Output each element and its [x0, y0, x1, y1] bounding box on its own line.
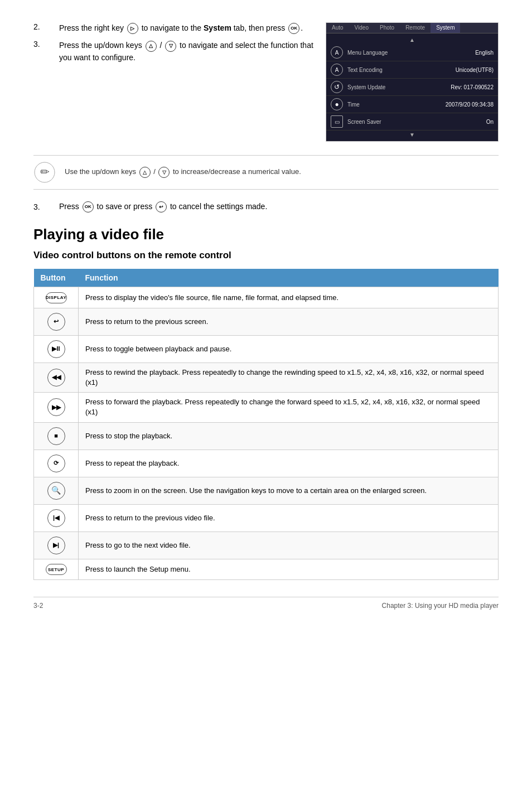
- button-cell-0: DISPLAY: [34, 287, 79, 308]
- table-row: SETUPPress to launch the Setup menu.: [34, 559, 499, 580]
- note-up-icon: △: [139, 167, 151, 178]
- row-time: ● Time 2007/9/20 09:34:38: [326, 96, 498, 113]
- label-text-encoding: Text Encoding: [347, 67, 451, 73]
- step-3-save-number: 3.: [33, 202, 50, 211]
- function-cell-10: Press to launch the Setup menu.: [79, 559, 499, 580]
- page-footer: 3-2 Chapter 3: Using your HD media playe…: [33, 597, 499, 610]
- button-table: Button Function DISPLAYPress to display …: [33, 269, 499, 580]
- button-cell-10: SETUP: [34, 559, 79, 580]
- zoom-button-icon: 🔍: [47, 482, 65, 500]
- tab-video: Video: [349, 23, 374, 33]
- stop-button-icon: ■: [47, 427, 65, 445]
- screenshot-rows: ▲ A Menu Language English A Text Encodin…: [326, 33, 498, 141]
- arrow-up: ▲: [326, 36, 498, 44]
- step-3-save-content: Press OK to save or press ↩ to cancel th…: [59, 201, 499, 212]
- note-pencil-icon: ✏: [33, 161, 56, 183]
- function-cell-4: Press to forward the playback. Press rep…: [79, 393, 499, 422]
- button-cell-8: |◀: [34, 504, 79, 532]
- function-cell-1: Press to return to the previous screen.: [79, 308, 499, 335]
- system-screenshot: Auto Video Photo Remote System ▲ A Menu …: [326, 22, 499, 142]
- rewind-button-icon: ◀◀: [47, 369, 65, 386]
- table-row: 🔍Press to zoom in on the screen. Use the…: [34, 477, 499, 504]
- function-cell-5: Press to stop the playback.: [79, 422, 499, 450]
- icon-system-update: ↺: [331, 81, 343, 93]
- button-cell-3: ◀◀: [34, 363, 79, 392]
- label-menu-language: Menu Language: [347, 50, 471, 56]
- button-cell-2: ▶II: [34, 335, 79, 363]
- up-key-icon: △: [146, 41, 157, 52]
- function-cell-2: Press to toggle between playback and pau…: [79, 335, 499, 363]
- label-time: Time: [347, 102, 441, 108]
- table-row: DISPLAYPress to display the video's file…: [34, 287, 499, 308]
- label-system-update: System Update: [347, 84, 446, 90]
- value-time: 2007/9/20 09:34:38: [446, 102, 494, 108]
- row-screen-saver: ▭ Screen Saver On: [326, 113, 498, 131]
- screenshot-tabs: Auto Video Photo Remote System: [326, 23, 498, 33]
- value-menu-language: English: [475, 50, 494, 56]
- function-cell-3: Press to rewind the playback. Press repe…: [79, 363, 499, 392]
- value-screen-saver: On: [486, 119, 494, 125]
- tab-remote: Remote: [400, 23, 431, 33]
- subsection-title: Video control buttons on the remote cont…: [33, 250, 499, 261]
- steps-left: 2. Press the right key ▷ to navigate to …: [33, 22, 315, 142]
- section-title: Playing a video file: [33, 226, 499, 243]
- next-file-button-icon: ▶|: [47, 537, 65, 554]
- button-cell-4: ▶▶: [34, 393, 79, 422]
- value-text-encoding: Unicode(UTF8): [456, 67, 494, 73]
- svg-text:✏: ✏: [40, 166, 50, 178]
- table-row: ■Press to stop the playback.: [34, 422, 499, 450]
- col-function: Function: [79, 269, 499, 287]
- tab-system: System: [431, 23, 460, 33]
- step-3-nav-content: Press the up/down keys △ / ▽ to navigate…: [59, 40, 315, 63]
- ok-key-icon: OK: [288, 23, 299, 34]
- right-key-icon: ▷: [127, 23, 138, 34]
- step-3-save: 3. Press OK to save or press ↩ to cancel…: [33, 201, 499, 212]
- table-row: ▶|Press to go to the next video file.: [34, 532, 499, 559]
- function-cell-7: Press to zoom in on the screen. Use the …: [79, 477, 499, 504]
- button-cell-5: ■: [34, 422, 79, 450]
- row-system-update: ↺ System Update Rev: 017-090522: [326, 79, 498, 96]
- function-cell-0: Press to display the video's file source…: [79, 287, 499, 308]
- chapter-label: Chapter 3: Using your HD media player: [382, 602, 499, 610]
- col-button: Button: [34, 269, 79, 287]
- play-pause-button-icon: ▶II: [47, 340, 65, 358]
- prev-file-button-icon: |◀: [47, 509, 65, 527]
- repeat-button-icon: ⟳: [47, 455, 65, 472]
- forward-button-icon: ▶▶: [47, 398, 65, 416]
- note-text: Use the up/down keys △ / ▽ to increase/d…: [65, 167, 301, 178]
- table-row: ◀◀Press to rewind the playback. Press re…: [34, 363, 499, 392]
- page-number: 3-2: [33, 602, 43, 610]
- step-2-content: Press the right key ▷ to navigate to the…: [59, 22, 315, 34]
- arrow-down: ▼: [326, 131, 498, 139]
- button-cell-7: 🔍: [34, 477, 79, 504]
- icon-menu-language: A: [331, 46, 343, 59]
- tab-photo: Photo: [374, 23, 400, 33]
- note-down-icon: ▽: [158, 167, 170, 178]
- step-3-nav-number: 3.: [33, 40, 50, 49]
- button-cell-9: ▶|: [34, 532, 79, 559]
- tab-auto: Auto: [326, 23, 349, 33]
- note-box: ✏ Use the up/down keys △ / ▽ to increase…: [33, 155, 499, 190]
- return-button-icon: ↩: [47, 313, 65, 331]
- ok-save-icon: OK: [83, 201, 94, 212]
- row-menu-language: A Menu Language English: [326, 44, 498, 61]
- row-text-encoding: A Text Encoding Unicode(UTF8): [326, 61, 498, 79]
- display-button-icon: DISPLAY: [46, 292, 67, 303]
- table-row: ⟳Press to repeat the playback.: [34, 450, 499, 477]
- table-row: ↩Press to return to the previous screen.: [34, 308, 499, 335]
- top-section: 2. Press the right key ▷ to navigate to …: [33, 22, 499, 142]
- function-cell-9: Press to go to the next video file.: [79, 532, 499, 559]
- value-system-update: Rev: 017-090522: [451, 84, 494, 90]
- table-row: ▶▶Press to forward the playback. Press r…: [34, 393, 499, 422]
- step-2: 2. Press the right key ▷ to navigate to …: [33, 22, 315, 34]
- system-tab-label: System: [204, 23, 231, 32]
- icon-time: ●: [331, 98, 343, 110]
- table-row: ▶IIPress to toggle between playback and …: [34, 335, 499, 363]
- label-screen-saver: Screen Saver: [347, 119, 482, 125]
- table-row: |◀Press to return to the previous video …: [34, 504, 499, 532]
- button-cell-6: ⟳: [34, 450, 79, 477]
- button-cell-1: ↩: [34, 308, 79, 335]
- function-cell-6: Press to repeat the playback.: [79, 450, 499, 477]
- icon-text-encoding: A: [331, 64, 343, 76]
- cancel-icon: ↩: [156, 201, 167, 212]
